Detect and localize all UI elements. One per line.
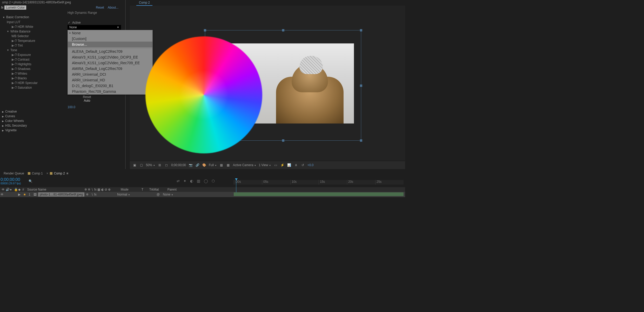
color-mgmt-icon[interactable]: 🎨 [202, 163, 206, 167]
about-link[interactable]: About... [108, 6, 118, 9]
lut-item[interactable]: D-21_delogC_EI0200_B1 [68, 83, 152, 89]
solo-icon[interactable]: ● [8, 188, 12, 191]
handle-top-left[interactable] [204, 29, 206, 31]
search-icon[interactable]: 🔍 [29, 179, 32, 183]
layer-name[interactable]: photo-1…81-48f03fa45e9f.jpeg [38, 192, 84, 197]
tab-comp2[interactable]: ×Comp 2≡ [46, 172, 68, 175]
pixel-aspect-icon[interactable]: ▭ [274, 163, 278, 167]
draft3d-icon[interactable]: ◯ [204, 179, 208, 183]
handle-bot-mid[interactable] [282, 139, 284, 142]
stopwatch-icon[interactable]: ⏱ [14, 86, 18, 89]
handle-top-right[interactable] [360, 29, 362, 31]
lut-item[interactable]: AlexaV3_K1S1_LogC2Video_Rec709_EE [68, 60, 152, 66]
fast-preview-icon[interactable]: ⚡ [280, 163, 285, 167]
view-count-dropdown[interactable]: 1 View ▼ [259, 163, 271, 167]
parent-pickwhip-icon[interactable]: @ [155, 193, 161, 196]
eye-icon[interactable]: 👁 [0, 188, 4, 191]
tab-render-queue[interactable]: Render Queue [4, 172, 24, 175]
section-creative[interactable]: Creative [2, 109, 27, 114]
camera-dropdown[interactable]: Active Camera ▼ [233, 163, 256, 167]
stopwatch-icon[interactable]: ⏱ [14, 39, 18, 43]
section-curves[interactable]: Curves [2, 114, 27, 119]
lut-item[interactable]: AMIRA_Default_LogC2Rec709 [68, 66, 152, 72]
tab-menu-icon[interactable]: ≡ [66, 172, 68, 175]
layer-mode[interactable]: Normal ▼ [116, 193, 132, 196]
time-ruler[interactable]: :00s 05s 10s 15s 20s 25s [234, 180, 404, 185]
reset-link[interactable]: Reset [96, 6, 104, 9]
layer-parent[interactable]: None ▼ [161, 193, 175, 196]
tab-comp1[interactable]: Comp 1 [28, 172, 43, 175]
input-lut-dropdown[interactable]: None▼ [68, 25, 121, 30]
stopwatch-icon[interactable]: ⏱ [14, 62, 18, 66]
viewer-timecode[interactable]: 0;00;00;00 [171, 163, 186, 167]
project-tab[interactable]: omp 2 • photo-1421809313281-48f03fa45e9f… [0, 0, 73, 5]
stopwatch-icon[interactable]: ⏱ [14, 76, 18, 80]
lut-item-none[interactable]: None [68, 30, 152, 36]
stopwatch-icon[interactable]: ⏱ [14, 58, 18, 61]
shy-icon[interactable]: ⇄ [177, 179, 180, 183]
tone-reset-button[interactable]: Reset [78, 95, 96, 99]
hdr-checkbox-label[interactable]: High Dynamic Range [68, 11, 97, 15]
always-preview-icon[interactable]: ▣ [132, 163, 137, 167]
lock-icon[interactable]: 🔒 [12, 188, 17, 191]
resolution-icon[interactable]: ⊞ [158, 163, 162, 167]
guides-icon[interactable]: ▩ [226, 163, 230, 167]
saturation-value[interactable]: 100.0 [68, 105, 75, 109]
audio-icon[interactable]: 🔊 [4, 188, 8, 191]
zoom-dropdown[interactable]: 50% ▼ [146, 163, 155, 167]
close-icon[interactable]: × [46, 172, 48, 175]
section-basic-correction[interactable]: Basic Correction [0, 15, 122, 20]
resolution-dropdown[interactable]: Full ▼ [209, 163, 217, 167]
input-lut-menu[interactable]: None [Custom] Browse... ALEXA_Default_Lo… [68, 30, 153, 95]
lut-item-browse[interactable]: Browse... [68, 42, 152, 47]
stopwatch-icon[interactable]: ⏱ [14, 44, 18, 47]
lut-item[interactable]: ARRI_Universal_HD [68, 77, 152, 83]
snapshot-icon[interactable]: 📷 [189, 163, 193, 167]
active-checkbox[interactable]: ✓ [68, 21, 71, 24]
eye-toggle[interactable]: 👁 [0, 193, 4, 196]
section-vignette[interactable]: Vignette [2, 128, 27, 133]
layer-duration-bar[interactable] [234, 192, 404, 196]
exposure-value[interactable]: +0.0 [307, 163, 314, 167]
stopwatch-icon[interactable]: ⏱ [14, 81, 18, 85]
timeline-tab-bar: Render Queue Comp 1 ×Comp 2≡ [0, 170, 72, 177]
lut-item[interactable]: AlexaV3_K1S1_LogC2Video_DCIP3_EE [68, 54, 152, 60]
tone-auto-button[interactable]: Auto [78, 99, 96, 102]
layer-switches[interactable]: ✲ ∖ fx [84, 193, 116, 196]
flowchart-icon[interactable]: ⋔ [294, 163, 298, 167]
comp-icon [28, 172, 30, 175]
handle-mid-right[interactable] [360, 84, 362, 87]
handle-top-mid[interactable] [282, 29, 284, 31]
stopwatch-icon[interactable]: ⏱ [14, 72, 18, 75]
render-icon[interactable]: ⬡ [212, 179, 215, 183]
lut-item-custom[interactable]: [Custom] [68, 36, 152, 42]
frame-blend-icon[interactable]: ✦ [183, 179, 186, 183]
section-color-wheels[interactable]: Color Wheels [2, 119, 27, 123]
current-time-indicator[interactable] [234, 178, 237, 181]
col-source-name[interactable]: Source Name [26, 188, 83, 191]
reset-exposure-icon[interactable]: ↺ [301, 163, 305, 167]
stopwatch-icon[interactable]: ⏱ [14, 67, 18, 71]
col-t: T [140, 188, 148, 191]
lut-item[interactable]: ARRI_Universal_DCI [68, 72, 152, 77]
twirl-icon[interactable]: ▶ [17, 193, 22, 196]
fps-label: 00000 (29.97 fps) [1, 182, 21, 185]
lut-item[interactable]: Phantom_Rec709_Gamma [68, 89, 152, 94]
lut-item[interactable]: ALEXA_Default_LogC2Rec709 [68, 49, 152, 54]
graph-editor-icon[interactable]: ▥ [197, 179, 200, 183]
section-hsl-secondary[interactable]: HSL Secondary [2, 123, 27, 128]
stopwatch-icon[interactable]: ⏱ [14, 25, 18, 29]
transparency-grid-icon[interactable]: ▢ [139, 163, 143, 167]
roi-icon[interactable]: ◻ [164, 163, 169, 167]
motion-blur-icon[interactable]: ◐ [190, 179, 193, 183]
viewer-tab-comp2[interactable]: Comp 2 [136, 0, 152, 6]
channel-icon[interactable]: 🔗 [195, 163, 199, 167]
keyframe-arrow-icon[interactable]: ▶ [11, 25, 14, 29]
timeline-icon[interactable]: 📊 [287, 163, 291, 167]
current-timecode[interactable]: 0;00;00;00 [1, 177, 21, 182]
label-icon[interactable]: ◆ [17, 188, 21, 191]
grid-icon[interactable]: ▦ [219, 163, 224, 167]
effect-name[interactable]: Lumetri Color [4, 5, 26, 10]
stopwatch-icon[interactable]: ⏱ [14, 53, 18, 57]
handle-bot-right[interactable] [360, 139, 362, 142]
